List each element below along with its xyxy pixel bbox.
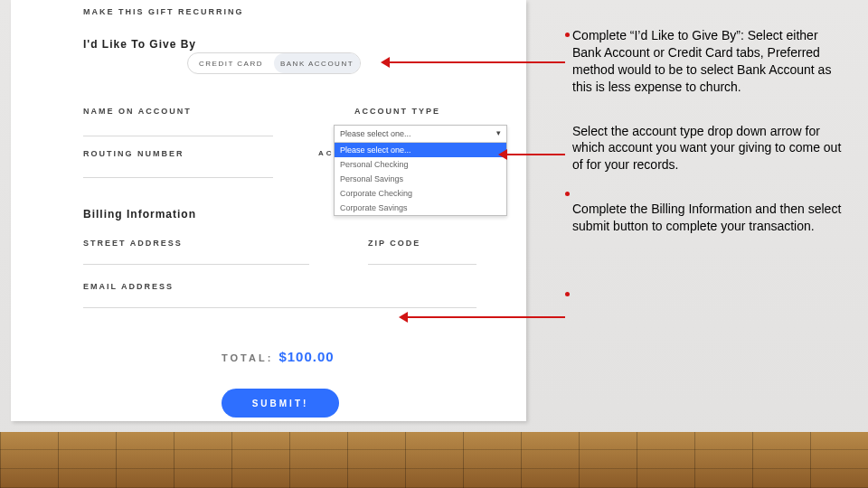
zip-code-label: ZIP CODE xyxy=(368,239,420,248)
routing-number-label: ROUTING NUMBER xyxy=(83,149,184,158)
dropdown-option-corporate-checking[interactable]: Corporate Checking xyxy=(335,186,506,201)
dropdown-option-personal-savings[interactable]: Personal Savings xyxy=(335,172,506,186)
give-by-header: I'd Like To Give By xyxy=(83,38,196,51)
arrow-icon xyxy=(502,154,565,155)
routing-number-input[interactable] xyxy=(83,177,273,178)
billing-info-header: Billing Information xyxy=(83,208,196,221)
total-label: TOTAL: xyxy=(222,352,273,363)
street-address-input[interactable] xyxy=(83,264,309,265)
bullet-icon xyxy=(565,292,570,296)
payment-method-toggle[interactable]: CREDIT CARD BANK ACCOUNT xyxy=(187,52,361,74)
account-type-dropdown[interactable]: Please select one... Please select one..… xyxy=(334,125,507,216)
email-address-input[interactable] xyxy=(83,307,476,308)
dropdown-option-personal-checking[interactable]: Personal Checking xyxy=(335,157,506,172)
total-amount: $100.00 xyxy=(278,349,334,364)
street-address-label: STREET ADDRESS xyxy=(83,239,183,248)
name-on-account-input[interactable] xyxy=(83,136,273,136)
arrow-icon xyxy=(384,61,565,63)
instructional-notes: Complete “I’d Like to Give By”: Select e… xyxy=(572,27,844,262)
dropdown-option-corporate-savings[interactable]: Corporate Savings xyxy=(335,201,506,215)
submit-button[interactable]: SUBMIT! xyxy=(222,389,339,418)
tab-credit-card[interactable]: CREDIT CARD xyxy=(188,53,274,73)
zip-code-input[interactable] xyxy=(368,264,476,265)
tab-bank-account[interactable]: BANK ACCOUNT xyxy=(274,53,360,73)
recurring-label[interactable]: MAKE THIS GIFT RECURRING xyxy=(83,7,244,16)
slide: MAKE THIS GIFT RECURRING I'd Like To Giv… xyxy=(0,0,868,488)
wood-floor xyxy=(0,432,868,488)
bullet-icon xyxy=(565,33,570,37)
note-give-by: Complete “I’d Like to Give By”: Select e… xyxy=(572,27,844,96)
note-billing-info: Complete the Billing Information and the… xyxy=(572,201,844,235)
bullet-icon xyxy=(565,192,570,196)
dropdown-option-placeholder[interactable]: Please select one... xyxy=(335,143,506,157)
account-type-label: ACCOUNT TYPE xyxy=(354,107,440,116)
name-on-account-label: NAME ON ACCOUNT xyxy=(83,107,192,116)
arrow-icon xyxy=(402,316,565,318)
total-display: TOTAL: $100.00 xyxy=(222,349,335,364)
email-address-label: EMAIL ADDRESS xyxy=(83,282,174,291)
dropdown-selected[interactable]: Please select one... xyxy=(335,126,506,143)
note-account-type: Select the account type drop down arrow … xyxy=(572,123,844,174)
